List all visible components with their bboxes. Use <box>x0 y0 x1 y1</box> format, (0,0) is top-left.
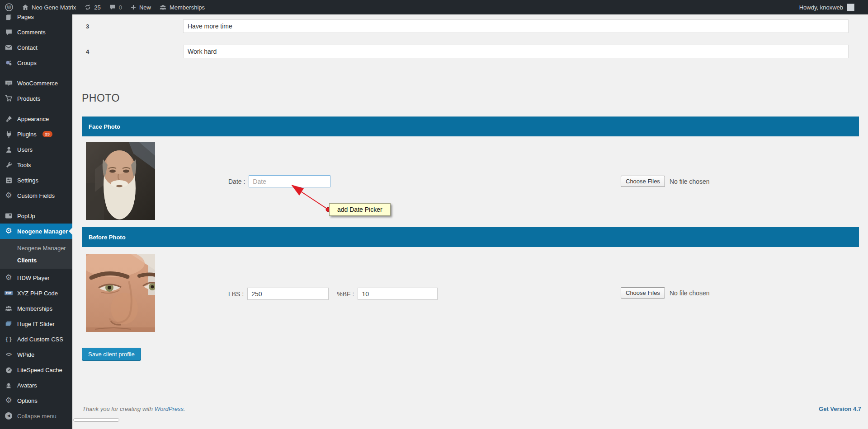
memberships-people-icon <box>4 304 13 313</box>
submenu-item-neogene-manager[interactable]: Neogene Manager <box>0 242 72 254</box>
svg-text:PHP: PHP <box>6 292 12 294</box>
cart-icon <box>4 94 13 103</box>
sidebar-item-tools[interactable]: Tools <box>0 157 72 173</box>
php-badge-icon: PHP <box>4 289 13 298</box>
memberships-people-icon <box>159 4 167 11</box>
settings-sliders-icon <box>4 176 13 185</box>
sidebar-item-woocommerce[interactable]: woo WooCommerce <box>0 75 72 91</box>
sidebar-item-add-custom-css[interactable]: { } Add Custom CSS <box>0 331 72 347</box>
plugins-update-badge: 23 <box>42 131 52 137</box>
sidebar-item-popup[interactable]: PopUp <box>0 208 72 224</box>
choose-files-button[interactable]: Choose Files <box>621 287 665 298</box>
goal-row-number: 4 <box>86 48 104 55</box>
annotation-tooltip: add Date Picker <box>329 203 391 216</box>
main-content: 3 4 PHOTO Face Photo <box>72 14 868 429</box>
memberships-menu[interactable]: Memberships <box>159 4 205 11</box>
bf-label: %BF : <box>337 290 354 298</box>
envelope-icon <box>4 43 13 52</box>
wrench-icon <box>4 160 13 169</box>
plugin-icon <box>4 130 13 139</box>
woocommerce-icon: woo <box>4 79 13 88</box>
sidebar-item-custom-fields[interactable]: ⚙ Custom Fields <box>0 188 72 203</box>
sidebar-item-hdw-player[interactable]: ⚙ HDW Player <box>0 270 72 285</box>
paintbrush-icon <box>4 114 13 123</box>
comment-count: 0 <box>119 4 122 11</box>
save-client-profile-button[interactable]: Save client profile <box>82 348 141 361</box>
comments-menu[interactable]: 0 <box>109 4 122 11</box>
update-count: 25 <box>94 4 100 11</box>
submenu-item-clients[interactable]: Clients <box>0 254 72 266</box>
lbs-label: LBS : <box>228 290 244 298</box>
neogene-submenu: Neogene Manager Clients <box>0 239 72 269</box>
wordpress-admin-page: W Neo Gene Matrix 25 0 New Memberships <box>0 0 868 429</box>
choose-files-button[interactable]: Choose Files <box>621 176 665 187</box>
measurements-row: LBS : %BF : <box>228 288 438 300</box>
date-input[interactable] <box>249 175 330 187</box>
avatar <box>847 4 854 11</box>
sidebar-item-plugins[interactable]: Plugins 23 <box>0 126 72 142</box>
sidebar-item-xyz-php-code[interactable]: PHP XYZ PHP Code <box>0 285 72 301</box>
horizontal-scrollbar-thumb[interactable] <box>73 418 119 422</box>
footer-thanks: Thank you for creating with WordPress. <box>82 406 185 412</box>
sidebar-item-products[interactable]: Products <box>0 91 72 106</box>
sidebar-item-litespeed-cache[interactable]: LiteSpeed Cache <box>0 362 72 378</box>
sidebar-item-users[interactable]: Users <box>0 142 72 157</box>
account-menu[interactable]: Howdy, knoxweb <box>799 4 854 11</box>
comments-icon <box>4 28 13 37</box>
home-icon <box>22 4 29 11</box>
memberships-label: Memberships <box>170 4 205 11</box>
sidebar-item-appearance[interactable]: Appearance <box>0 111 72 126</box>
sidebar-item-groups[interactable]: Groups <box>0 55 72 70</box>
user-icon <box>4 145 13 154</box>
gear-icon: ⚙ <box>4 273 13 282</box>
svg-text:W: W <box>7 5 11 10</box>
sidebar-item-huge-it-slider[interactable]: Huge IT Slider <box>0 316 72 331</box>
comment-bubble-icon <box>109 4 116 11</box>
wordpress-link[interactable]: WordPress <box>155 406 184 412</box>
groups-icon <box>4 58 13 67</box>
lbs-input[interactable] <box>247 288 329 300</box>
get-version-link[interactable]: Get Version 4.7 <box>819 406 861 412</box>
date-label: Date : <box>228 178 245 185</box>
photo-section-title: PHOTO <box>82 92 120 104</box>
speedometer-icon <box>4 365 13 374</box>
bf-input[interactable] <box>358 288 438 300</box>
sidebar-item-avatars[interactable]: Avatars <box>0 378 72 393</box>
goal-input-4[interactable] <box>183 45 849 58</box>
howdy-text: Howdy, knoxweb <box>799 4 843 11</box>
plus-icon <box>130 4 137 10</box>
admin-bar: W Neo Gene Matrix 25 0 New Memberships <box>0 0 868 14</box>
update-icon <box>84 4 91 11</box>
sidebar-item-comments[interactable]: Comments <box>0 24 72 40</box>
gear-icon: ⚙ <box>4 227 13 236</box>
collapse-menu-button[interactable]: ◀ Collapse menu <box>0 408 72 424</box>
slider-stack-icon <box>4 319 13 328</box>
sidebar-item-contact[interactable]: Contact <box>0 40 72 55</box>
updates-menu[interactable]: 25 <box>84 4 100 11</box>
sidebar-item-wpide[interactable]: <> WPide <box>0 347 72 362</box>
new-menu[interactable]: New <box>130 4 151 11</box>
gear-icon: ⚙ <box>4 396 13 405</box>
face-photo-header: Face Photo <box>82 117 859 136</box>
sidebar-item-options[interactable]: ⚙ Options <box>0 393 72 408</box>
code-brackets-icon: <> <box>4 350 13 359</box>
date-field-row: Date : <box>228 175 330 187</box>
sidebar-item-neogene-manager[interactable]: ⚙ Neogene Manager <box>0 224 72 239</box>
sidebar-item-memberships[interactable]: Memberships <box>0 301 72 316</box>
admin-sidebar: Pages Comments Contact Groups woo WooCom… <box>0 14 72 429</box>
new-label: New <box>139 4 151 11</box>
face-file-control: Choose Files No file chosen <box>621 176 710 187</box>
goal-input-3[interactable] <box>183 19 849 33</box>
before-photo-thumbnail <box>86 254 155 332</box>
wordpress-logo-icon[interactable]: W <box>5 3 14 12</box>
goal-row-number: 3 <box>86 23 104 30</box>
curly-braces-icon: { } <box>4 335 13 344</box>
popup-window-icon <box>4 211 13 220</box>
site-menu[interactable]: Neo Gene Matrix <box>22 4 76 11</box>
sidebar-item-settings[interactable]: Settings <box>0 173 72 188</box>
gear-icon: ⚙ <box>4 191 13 200</box>
no-file-chosen-text: No file chosen <box>670 289 710 297</box>
no-file-chosen-text: No file chosen <box>670 178 710 185</box>
site-name: Neo Gene Matrix <box>32 4 76 11</box>
before-photo-header: Before Photo <box>82 227 859 247</box>
